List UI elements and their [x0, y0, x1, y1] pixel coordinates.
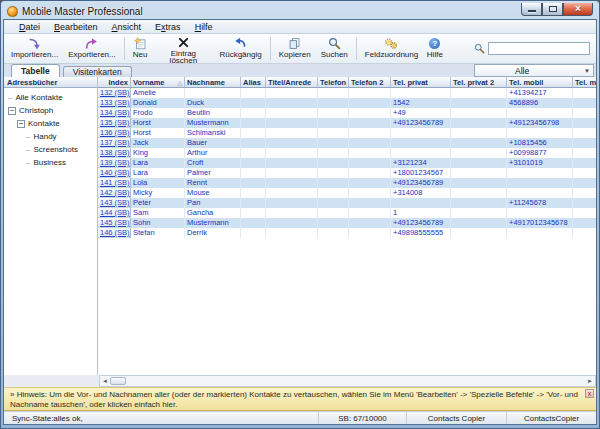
cell-telefon[interactable] — [318, 118, 349, 128]
cell-alias[interactable] — [241, 188, 266, 198]
cell-tel-mobil[interactable] — [507, 188, 573, 198]
cell-tel-privat[interactable] — [391, 88, 451, 98]
cell-tel-m[interactable] — [573, 88, 596, 98]
toolbar-button-hilfe[interactable]: ?Hilfe — [422, 35, 448, 62]
cell-alias[interactable] — [241, 148, 266, 158]
cell-tel-privat-2[interactable] — [451, 218, 507, 228]
cell-tel-mobil[interactable]: +41394217 — [507, 88, 573, 98]
cell-titel-anrede[interactable] — [266, 108, 318, 118]
cell-telefon-2[interactable] — [349, 98, 391, 108]
cell-telefon-2[interactable] — [349, 158, 391, 168]
cell-titel-anrede[interactable] — [266, 98, 318, 108]
cell-vorname[interactable]: Peter — [131, 198, 185, 208]
cell-telefon[interactable] — [318, 218, 349, 228]
cell-titel-anrede[interactable] — [266, 148, 318, 158]
cell-tel-privat[interactable]: +18001234567 — [391, 168, 451, 178]
column-header-telefon[interactable]: Telefon — [318, 77, 349, 88]
toolbar-button-kopieren[interactable]: Kopieren — [274, 35, 316, 62]
cell-tel-mobil[interactable] — [507, 178, 573, 188]
cell-tel-mobil[interactable] — [507, 108, 573, 118]
table-row[interactable]: 146 (SB)StefanDerrik+49898555555 — [98, 228, 596, 238]
cell-tel-privat-2[interactable] — [451, 128, 507, 138]
sidebar-item-handy[interactable]: –Handy — [4, 130, 97, 143]
sidebar-item-screenshots[interactable]: –Screenshots — [4, 143, 97, 156]
cell-telefon[interactable] — [318, 198, 349, 208]
cell-titel-anrede[interactable] — [266, 118, 318, 128]
column-header-index[interactable]: Index — [98, 77, 131, 88]
column-header-tel-mobil[interactable]: Tel. mobil — [507, 77, 573, 88]
cell-nachname[interactable]: Mustermann — [185, 218, 241, 228]
cell-tel-m[interactable] — [573, 218, 596, 228]
cell-titel-anrede[interactable] — [266, 208, 318, 218]
table-row[interactable]: 144 (SB)SamGancha1 — [98, 208, 596, 218]
cell-index[interactable]: 144 (SB) — [98, 208, 131, 218]
cell-tel-privat[interactable]: +314008 — [391, 188, 451, 198]
cell-vorname[interactable]: Donald — [131, 98, 185, 108]
column-header-nachname[interactable]: Nachname — [185, 77, 241, 88]
column-header-tel-privat-2[interactable]: Tel. privat 2 — [451, 77, 507, 88]
cell-telefon[interactable] — [318, 148, 349, 158]
menu-item-bearbeiten[interactable]: Bearbeiten — [47, 20, 105, 33]
cell-nachname[interactable]: Arthur — [185, 148, 241, 158]
cell-index[interactable]: 136 (SB) — [98, 128, 131, 138]
toolbar-button-exportieren[interactable]: Exportieren... — [63, 35, 121, 62]
cell-telefon[interactable] — [318, 108, 349, 118]
cell-tel-m[interactable] — [573, 128, 596, 138]
table-row[interactable]: 133 (SB)DonaldDuck15424568896 — [98, 98, 596, 108]
cell-tel-privat[interactable] — [391, 138, 451, 148]
collapse-icon[interactable]: − — [8, 107, 16, 115]
cell-nachname[interactable]: Derrik — [185, 228, 241, 238]
cell-vorname[interactable]: King — [131, 148, 185, 158]
cell-tel-m[interactable] — [573, 98, 596, 108]
table-row[interactable]: 132 (SB)Amelie+41394217 — [98, 88, 596, 98]
cell-tel-m[interactable] — [573, 168, 596, 178]
cell-titel-anrede[interactable] — [266, 168, 318, 178]
cell-alias[interactable] — [241, 128, 266, 138]
sidebar-item-alle-kontakte[interactable]: –Alle Kontakte — [4, 91, 97, 104]
cell-tel-privat[interactable]: +49898555555 — [391, 228, 451, 238]
cell-telefon-2[interactable] — [349, 118, 391, 128]
cell-vorname[interactable]: Lola — [131, 178, 185, 188]
cell-tel-privat-2[interactable] — [451, 108, 507, 118]
cell-telefon[interactable] — [318, 208, 349, 218]
cell-telefon-2[interactable] — [349, 208, 391, 218]
table-row[interactable]: 145 (SB)SohnMustermann+49123456789+49170… — [98, 218, 596, 228]
search-input[interactable] — [488, 42, 590, 55]
cell-telefon-2[interactable] — [349, 128, 391, 138]
cell-alias[interactable] — [241, 158, 266, 168]
cell-tel-privat[interactable] — [391, 198, 451, 208]
cell-titel-anrede[interactable] — [266, 178, 318, 188]
table-row[interactable]: 142 (SB)MickyMouse+314008 — [98, 188, 596, 198]
cell-alias[interactable] — [241, 108, 266, 118]
cell-tel-privat[interactable]: 1542 — [391, 98, 451, 108]
menu-item-hilfe[interactable]: Hilfe — [188, 20, 220, 33]
menu-item-ansicht[interactable]: Ansicht — [105, 20, 149, 33]
table-row[interactable]: 134 (SB)FrodoBeutlin+49 — [98, 108, 596, 118]
titlebar[interactable]: Mobile Master Professional × — [3, 3, 597, 19]
cell-tel-privat-2[interactable] — [451, 118, 507, 128]
cell-vorname[interactable]: Lara — [131, 158, 185, 168]
cell-nachname[interactable]: Gancha — [185, 208, 241, 218]
cell-index[interactable]: 139 (SB) — [98, 158, 131, 168]
cell-vorname[interactable]: Amelie — [131, 88, 185, 98]
close-button[interactable]: × — [563, 3, 593, 16]
cell-alias[interactable] — [241, 178, 266, 188]
toolbar-button-importieren[interactable]: Importieren... — [6, 35, 63, 62]
cell-nachname[interactable]: Croft — [185, 158, 241, 168]
toolbar-button-ruckgangig[interactable]: Rückgängig — [214, 35, 266, 62]
cell-index[interactable]: 141 (SB) — [98, 178, 131, 188]
cell-index[interactable]: 142 (SB) — [98, 188, 131, 198]
toolbar-button-eintrag-loschen[interactable]: Eintrag löschen — [152, 35, 214, 62]
cell-titel-anrede[interactable] — [266, 188, 318, 198]
cell-tel-m[interactable] — [573, 208, 596, 218]
cell-index[interactable]: 134 (SB) — [98, 108, 131, 118]
cell-index[interactable]: 132 (SB) — [98, 88, 131, 98]
cell-telefon[interactable] — [318, 88, 349, 98]
cell-telefon-2[interactable] — [349, 178, 391, 188]
cell-tel-mobil[interactable]: +11245678 — [507, 198, 573, 208]
menu-item-datei[interactable]: Datei — [12, 20, 47, 33]
column-header-vorname[interactable]: Vorname△ — [131, 77, 185, 88]
cell-titel-anrede[interactable] — [266, 228, 318, 238]
sidebar-item-business[interactable]: –Business — [4, 156, 97, 169]
table-row[interactable]: 138 (SB)KingArthur+00998877 — [98, 148, 596, 158]
